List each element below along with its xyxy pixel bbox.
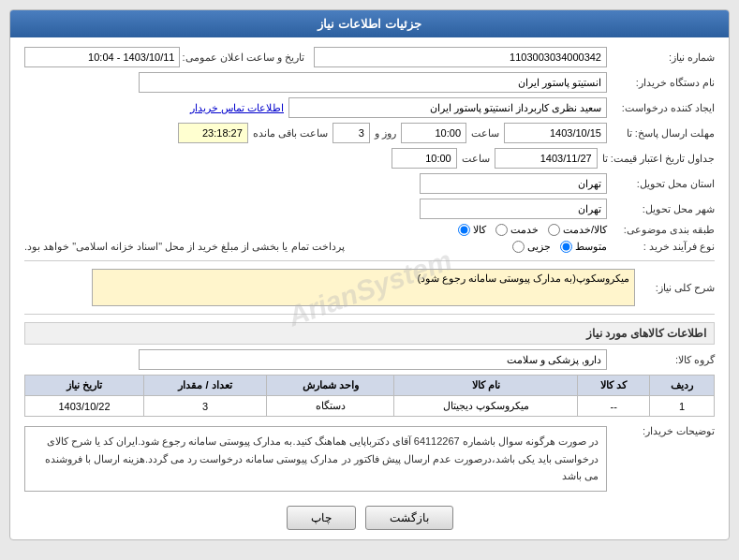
radio-motevaset-label: متوسط <box>575 241 607 253</box>
ostan-label: استان محل تحویل: <box>612 178 715 190</box>
cell-tedad: 3 <box>144 396 267 417</box>
content-area: ArianSystem شماره نیاز: تاریخ و ساعت اعل… <box>10 37 729 539</box>
groupe-kala-label: گروه کالا: <box>612 354 715 366</box>
farayand-label: نوع فرآیند خرید : <box>612 241 715 253</box>
th-tarikh: تاریخ نیاز <box>25 376 144 396</box>
nam-dastgah-label: نام دستگاه خریدار: <box>612 77 715 89</box>
mohlat-time-label: ساعت <box>471 127 499 140</box>
shahr-input[interactable] <box>420 199 607 219</box>
radio-jozi-item[interactable]: جزیی <box>512 241 551 253</box>
th-radif: ردیف <box>649 376 714 396</box>
cell-kod: -- <box>578 396 650 417</box>
cell-name: میکروسکوپ دیجیتال <box>394 396 578 417</box>
print-button[interactable]: چاپ <box>287 506 356 530</box>
remaining-time-input <box>178 123 248 143</box>
cell-vahed: دستگاه <box>266 396 393 417</box>
th-vahed: واحد شمارش <box>266 376 393 396</box>
shomare-niaz-input[interactable] <box>314 47 607 67</box>
sarh-koli-row: شرح کلی نیاز: <box>24 269 715 306</box>
ijad-konande-label: ایجاد کننده درخواست: <box>612 102 715 114</box>
shomare-niaz-row: شماره نیاز: تاریخ و ساعت اعلان عمومی: <box>24 47 715 67</box>
th-kod: کد کالا <box>578 376 650 396</box>
th-tedad: تعداد / مقدار <box>144 376 267 396</box>
tabaghe-label: طبقه بندی موضوعی: <box>612 224 715 236</box>
table-header-row: ردیف کد کالا نام کالا واحد شمارش تعداد /… <box>25 376 715 396</box>
radio-jozi[interactable] <box>512 241 525 253</box>
ostan-input[interactable] <box>420 173 607 194</box>
radio-khedmat[interactable] <box>495 224 508 236</box>
jadval-time-input[interactable] <box>392 148 457 169</box>
ijad-konande-row: ایجاد کننده درخواست: اطلاعات تماس خریدار <box>24 97 715 118</box>
roz-input[interactable] <box>333 123 370 143</box>
ostan-row: استان محل تحویل: <box>24 173 715 194</box>
divider-1 <box>24 260 715 261</box>
kala-info-title: اطلاعات کالاهای مورد نیاز <box>24 322 715 345</box>
tarikh-label: تاریخ و ساعت اعلان عمومی: <box>185 52 303 64</box>
radio-jozi-label: جزیی <box>527 241 551 253</box>
main-container: جزئیات اطلاعات نیاز ArianSystem شماره نی… <box>9 9 730 540</box>
mohlat-time-input[interactable] <box>401 123 466 143</box>
back-button[interactable]: بازگشت <box>365 506 453 530</box>
ijad-konande-input[interactable] <box>288 97 607 118</box>
radio-motevaset[interactable] <box>560 241 572 253</box>
etelas-tamas-link[interactable]: اطلاعات تماس خریدار <box>190 102 284 114</box>
radio-motevaset-item[interactable]: متوسط <box>560 241 607 253</box>
radio-kala-khedmat[interactable] <box>548 224 560 236</box>
mohlat-date-input[interactable] <box>504 123 607 143</box>
shahr-label: شهر محل تحویل: <box>612 203 715 215</box>
tabaghe-radio-group: کالا خدمت کالا/خدمت <box>458 224 607 236</box>
mohlat-label: مهلت ارسال پاسخ: تا <box>612 127 715 140</box>
nam-dastgah-row: نام دستگاه خریدار: <box>24 72 715 93</box>
tozi-box: در صورت هرگونه سوال باشماره 64112267 آقا… <box>24 426 607 492</box>
radio-kala-khedmat-item[interactable]: کالا/خدمت <box>548 224 607 236</box>
shomare-niaz-label: شماره نیاز: <box>612 52 715 64</box>
roz-label: روز و <box>375 127 396 140</box>
tozi-label: توضیحات خریدار: <box>612 421 715 437</box>
groupe-kala-row: گروه کالا: <box>24 349 715 370</box>
farayand-radio-group: جزیی متوسط <box>512 241 607 253</box>
radio-kala[interactable] <box>458 224 470 236</box>
cell-tarikh: 1403/10/22 <box>25 396 144 417</box>
jadval-row: جداول تاریخ اعتبار قیمت: تا ساعت <box>24 148 715 169</box>
tabaghe-row: طبقه بندی موضوعی: کالا خدمت کالا/خدمت <box>24 224 715 236</box>
th-name: نام کالا <box>394 376 578 396</box>
kala-table: ردیف کد کالا نام کالا واحد شمارش تعداد /… <box>24 375 715 417</box>
groupe-kala-input[interactable] <box>139 349 607 370</box>
nam-dastgah-input[interactable] <box>139 72 607 93</box>
tarikh-input[interactable] <box>24 47 180 67</box>
divider-2 <box>24 314 715 315</box>
sarh-koli-label: شرح کلی نیاز: <box>640 282 715 294</box>
button-row: بازگشت چاپ <box>24 506 715 530</box>
tozi-row: توضیحات خریدار: در صورت هرگونه سوال باشم… <box>24 421 715 496</box>
farayand-row: نوع فرآیند خرید : جزیی متوسط پرداخت تمام… <box>24 241 715 253</box>
jadval-time-label: ساعت <box>462 153 490 165</box>
radio-khedmat-item[interactable]: خدمت <box>495 224 539 236</box>
farayand-note: پرداخت تمام یا بخشی از مبلغ خرید از محل … <box>24 241 345 253</box>
sarh-koli-input[interactable] <box>92 269 635 306</box>
jadval-label: جداول تاریخ اعتبار قیمت: تا <box>602 153 715 165</box>
mohlat-row: مهلت ارسال پاسخ: تا ساعت روز و ساعت باقی… <box>24 123 715 143</box>
radio-kala-label: کالا <box>473 224 486 236</box>
radio-kala-khedmat-label: کالا/خدمت <box>563 224 607 236</box>
table-row: 1 -- میکروسکوپ دیجیتال دستگاه 3 1403/10/… <box>25 396 715 417</box>
radio-kala-item[interactable]: کالا <box>458 224 486 236</box>
cell-radif: 1 <box>649 396 714 417</box>
jadval-date-input[interactable] <box>495 148 598 169</box>
page-header: جزئیات اطلاعات نیاز <box>10 10 729 37</box>
saat-baqi-label: ساعت باقی مانده <box>253 127 328 140</box>
shahr-row: شهر محل تحویل: <box>24 199 715 219</box>
radio-khedmat-label: خدمت <box>510 224 539 236</box>
page-title: جزئیات اطلاعات نیاز <box>318 17 421 31</box>
